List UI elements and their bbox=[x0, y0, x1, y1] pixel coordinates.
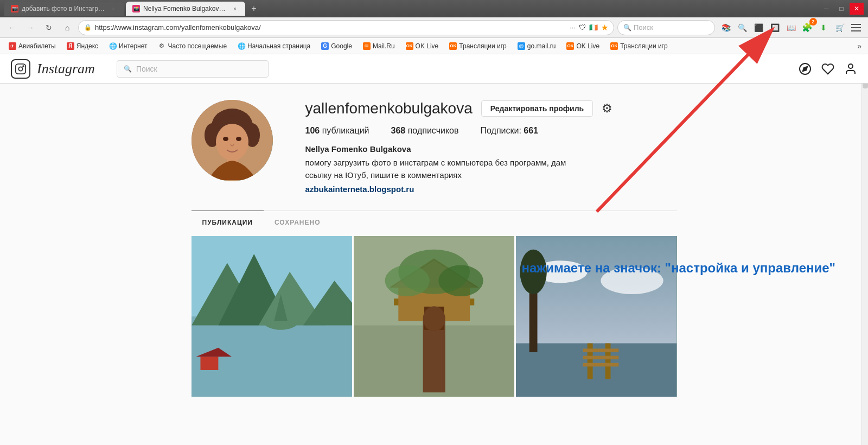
instagram-header: Instagram 🔍 Поиск bbox=[0, 54, 868, 84]
oklive2-icon: OK bbox=[566, 42, 574, 50]
bookmark-internet[interactable]: 🌐 Интернет bbox=[105, 41, 151, 51]
gomailru-icon: @ bbox=[518, 42, 525, 50]
heart-icon[interactable] bbox=[821, 62, 834, 75]
back-button[interactable]: ← bbox=[4, 20, 20, 35]
refresh-button[interactable]: ↻ bbox=[41, 20, 56, 35]
tab1-favicon: 📷 bbox=[11, 5, 18, 12]
minimize-button[interactable]: ─ bbox=[819, 3, 833, 15]
aviatickets-icon: ✈ bbox=[9, 42, 16, 50]
profile-link[interactable]: azbukainterneta.blogspot.ru bbox=[305, 185, 414, 194]
home-button[interactable]: ⌂ bbox=[60, 20, 75, 35]
bookmark-homepage[interactable]: 🌐 Начальная страница bbox=[233, 41, 315, 51]
svg-point-2 bbox=[23, 66, 24, 67]
bookmark-translyacii2[interactable]: OK Трансляции игр bbox=[606, 41, 672, 51]
bookmark-aviatickets[interactable]: ✈ Авиабилеты bbox=[4, 41, 60, 51]
photo-cell-2[interactable] bbox=[354, 236, 514, 397]
toolbar-icons: 📚 🔍 ⬛ 🔲 📖 🧩 2 ⬇ 🛒 bbox=[718, 20, 864, 35]
photos-grid bbox=[192, 236, 677, 397]
following-stat: Подписки: 661 bbox=[481, 126, 539, 136]
sidebar-icon[interactable]: ⬛ bbox=[751, 20, 766, 35]
address-more: ··· bbox=[570, 23, 576, 31]
instagram-search-placeholder: Поиск bbox=[136, 65, 157, 73]
frequent-label: Часто посещаемые bbox=[168, 42, 227, 50]
new-tab-button[interactable]: + bbox=[247, 2, 260, 15]
svg-point-42 bbox=[520, 250, 547, 294]
posts-label: публикаций bbox=[322, 126, 369, 135]
edit-profile-button[interactable]: Редактировать профиль bbox=[481, 100, 593, 117]
svg-marker-4 bbox=[803, 66, 807, 71]
instagram-search-area[interactable]: 🔍 Поиск bbox=[117, 60, 269, 78]
cart-icon[interactable]: 🛒 bbox=[832, 20, 847, 35]
photo-cell-3[interactable] bbox=[516, 236, 676, 397]
hamburger-line1 bbox=[851, 24, 861, 25]
internet-label: Интернет bbox=[119, 42, 147, 50]
bookmark-oklive2[interactable]: OK OK Live bbox=[562, 41, 604, 51]
tab-saved[interactable]: СОХРАНЕНО bbox=[264, 211, 331, 234]
svg-point-5 bbox=[848, 64, 853, 68]
tab1-close[interactable]: × bbox=[110, 5, 117, 12]
oklive2-label: OK Live bbox=[576, 42, 599, 50]
bookmark-frequent[interactable]: ⚙ Часто посещаемые bbox=[154, 41, 231, 51]
oklive1-label: OK Live bbox=[416, 42, 439, 50]
internet-icon: 🌐 bbox=[109, 42, 117, 50]
followers-count: 368 bbox=[391, 126, 406, 135]
tab1-title: добавить фото в Инстагра... bbox=[22, 5, 106, 12]
bookmark-mailru[interactable]: ✉ Mail.Ru bbox=[359, 41, 399, 51]
photo-cell-1[interactable] bbox=[192, 236, 352, 397]
tab2-close[interactable]: × bbox=[231, 5, 239, 12]
readerview-icon[interactable]: 📖 bbox=[783, 20, 799, 35]
instagram-header-icons bbox=[799, 62, 857, 75]
profile-pic-svg bbox=[192, 100, 273, 181]
settings-button[interactable]: ⚙ bbox=[602, 101, 612, 116]
bookmark-yandex[interactable]: Я Яндекс bbox=[62, 41, 103, 51]
bookmark-gomailru[interactable]: @ go.mail.ru bbox=[513, 41, 560, 51]
profile-info: yallenfomenkobulgakova Редактировать про… bbox=[305, 100, 677, 194]
svg-point-36 bbox=[438, 265, 483, 297]
gomailru-label: go.mail.ru bbox=[527, 42, 556, 50]
svg-rect-23 bbox=[200, 357, 218, 370]
close-button[interactable]: ✕ bbox=[850, 3, 864, 15]
svg-point-12 bbox=[236, 137, 241, 141]
browser-tab-1[interactable]: 📷 добавить фото в Инстагра... × bbox=[4, 2, 124, 16]
posts-count: 106 bbox=[305, 126, 320, 135]
google-label: Google bbox=[331, 42, 352, 50]
forward-button[interactable]: → bbox=[23, 20, 38, 35]
bookmarks-bar: ✈ Авиабилеты Я Яндекс 🌐 Интернет ⚙ Часто… bbox=[0, 38, 868, 54]
instagram-search-input[interactable]: 🔍 Поиск bbox=[117, 60, 269, 78]
lock-icon: 🔒 bbox=[84, 24, 92, 31]
browser-tab-2[interactable]: 📸 Nellya Fomenko Bulgakova (@... × bbox=[126, 2, 245, 16]
compass-icon[interactable] bbox=[799, 62, 812, 75]
followers-stat: 368 подписчиков bbox=[391, 126, 459, 136]
window-controls: ─ □ ✕ bbox=[819, 3, 864, 15]
capture-icon[interactable]: 🔲 bbox=[767, 20, 782, 35]
instagram-search-icon: 🔍 bbox=[124, 65, 132, 73]
hamburger-line3 bbox=[851, 30, 861, 31]
hamburger-line2 bbox=[851, 27, 861, 28]
tab-publications[interactable]: ПУБЛИКАЦИИ bbox=[192, 211, 264, 234]
address-text: https://www.instagram.com/yallenfomenkob… bbox=[95, 23, 566, 31]
svg-point-10 bbox=[216, 124, 248, 161]
svg-rect-47 bbox=[583, 363, 619, 367]
bookmarks-icon[interactable]: 📚 bbox=[718, 20, 733, 35]
scrollbar[interactable] bbox=[861, 54, 868, 445]
bookmarks-more-button[interactable]: » bbox=[855, 41, 864, 52]
bookmark-google[interactable]: G Google bbox=[317, 41, 356, 51]
maximize-button[interactable]: □ bbox=[834, 3, 848, 15]
bio-text: помогу загрузить фото в инстаграм с комп… bbox=[305, 158, 566, 180]
profile-icon[interactable] bbox=[844, 62, 857, 75]
username-row: yallenfomenkobulgakova Редактировать про… bbox=[305, 100, 677, 117]
profile-picture bbox=[192, 100, 273, 181]
bookmark-translyacii1[interactable]: OK Трансляции игр bbox=[445, 41, 511, 51]
bookmark-oklive1[interactable]: OK OK Live bbox=[401, 41, 443, 51]
pocket-icon: 🛡 bbox=[579, 23, 586, 31]
svg-point-1 bbox=[18, 67, 22, 71]
menu-button[interactable] bbox=[848, 20, 864, 35]
profile-username: yallenfomenkobulgakova bbox=[305, 100, 473, 117]
translyacii1-label: Трансляции игр bbox=[459, 42, 507, 50]
flag-icon: 🇮🇪 bbox=[589, 23, 598, 31]
search-bar[interactable]: 🔍 Поиск bbox=[617, 20, 715, 35]
search-engine-icon[interactable]: 🔍 bbox=[735, 20, 750, 35]
extension2-icon[interactable]: ⬇ bbox=[816, 20, 831, 35]
address-bar[interactable]: 🔒 https://www.instagram.com/yallenfomenk… bbox=[78, 20, 614, 35]
followers-label: подписчиков bbox=[408, 126, 459, 135]
